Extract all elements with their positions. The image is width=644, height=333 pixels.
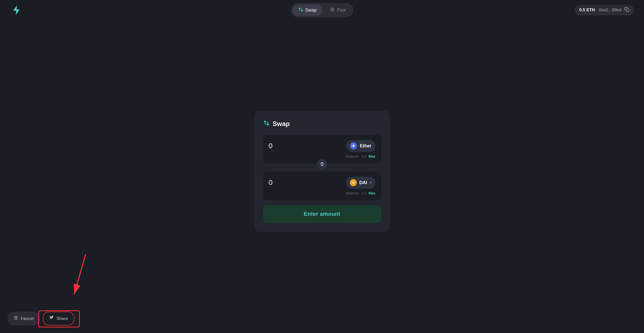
wallet-info: 0.5 ETH 0xa1...99ed xyxy=(575,5,634,15)
dai-token-icon: ◈ xyxy=(350,179,357,186)
swap-title-text: Swap xyxy=(273,120,290,128)
tab-swap-label: Swap xyxy=(305,8,317,13)
wallet-balance: 0.5 ETH xyxy=(579,8,595,13)
from-amount-input[interactable] xyxy=(269,142,319,150)
bottom-buttons: Faucet Share xyxy=(8,312,74,325)
svg-text:◈: ◈ xyxy=(352,182,354,184)
share-button[interactable]: Share xyxy=(43,312,74,325)
faucet-label: Faucet xyxy=(21,316,34,321)
eth-token-icon xyxy=(350,142,357,149)
from-token-row: Ether xyxy=(269,140,376,152)
share-label: Share xyxy=(56,316,68,321)
header: Swap Pool 0.5 ETH 0xa1...99ed xyxy=(0,0,644,20)
to-balance-value: 0.0 xyxy=(362,191,366,195)
swap-card: Swap Ether Balance: 0.5 xyxy=(254,111,390,232)
to-token-selector[interactable]: ◈ DAI ▾ xyxy=(346,177,376,189)
from-balance-label: Balance: xyxy=(346,154,359,158)
faucet-icon xyxy=(14,316,18,321)
dai-chevron-icon: ▾ xyxy=(370,181,371,185)
to-token-row: ◈ DAI ▾ xyxy=(269,177,376,189)
svg-point-1 xyxy=(330,8,334,11)
twitter-icon xyxy=(49,316,54,321)
svg-marker-0 xyxy=(13,6,19,15)
to-max-button[interactable]: Max xyxy=(368,191,375,195)
to-balance-row: Balance: 0.0 Max xyxy=(269,191,376,195)
copy-address-icon[interactable] xyxy=(624,7,629,13)
to-balance-label: Balance: xyxy=(346,191,359,195)
svg-rect-3 xyxy=(626,9,629,12)
swap-direction-button[interactable] xyxy=(316,159,328,170)
swap-nav-icon xyxy=(298,7,303,13)
faucet-button[interactable]: Faucet xyxy=(8,312,40,325)
from-token-selector[interactable]: Ether xyxy=(346,140,375,152)
from-balance-row: Balance: 0.5 Max xyxy=(269,154,376,158)
nav-tabs: Swap Pool xyxy=(291,3,353,17)
from-token-name: Ether xyxy=(360,143,371,149)
tab-pool[interactable]: Pool xyxy=(324,5,352,16)
swap-card-container: Swap Ether Balance: 0.5 xyxy=(254,111,390,232)
tab-swap[interactable]: Swap xyxy=(292,5,323,16)
tab-pool-label: Pool xyxy=(337,8,346,13)
from-balance-value: 0.5 xyxy=(362,154,366,158)
to-token-name: DAI xyxy=(359,180,367,185)
svg-marker-5 xyxy=(353,146,355,148)
red-arrow-annotation xyxy=(65,254,96,305)
svg-point-2 xyxy=(332,9,333,10)
svg-line-13 xyxy=(74,254,86,294)
swap-card-title: Swap xyxy=(263,120,381,128)
to-amount-input[interactable] xyxy=(269,179,319,187)
logo xyxy=(10,4,23,16)
pool-nav-icon xyxy=(330,7,335,13)
enter-amount-button[interactable]: Enter amount xyxy=(263,205,381,223)
from-max-button[interactable]: Max xyxy=(368,154,375,158)
swap-title-icon xyxy=(263,120,270,128)
wallet-address: 0xa1...99ed xyxy=(599,8,621,13)
to-token-box: ◈ DAI ▾ Balance: 0.0 Max xyxy=(263,172,381,200)
